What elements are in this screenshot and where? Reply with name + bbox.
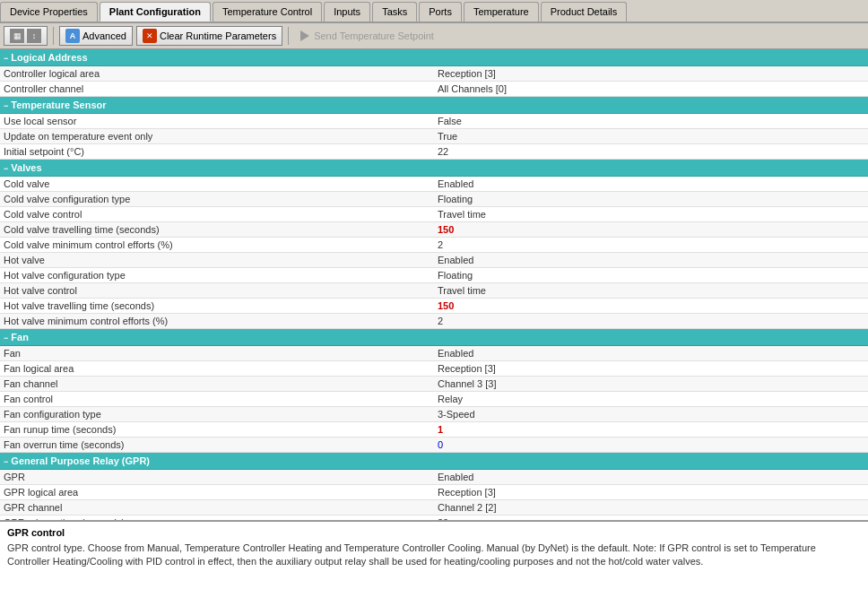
table-row[interactable]: Hot valve configuration typeFloating	[0, 268, 868, 283]
prop-name: Cold valve minimum control efforts (%)	[0, 238, 434, 253]
prop-value: Travel time	[434, 283, 868, 299]
table-row[interactable]: Fan overrun time (seconds)0	[0, 438, 868, 453]
advanced-icon: A	[65, 29, 80, 43]
table-row[interactable]: Cold valveEnabled	[0, 177, 868, 192]
table-row[interactable]: Hot valve travelling time (seconds)150	[0, 299, 868, 314]
section-header-gpr[interactable]: − General Purpose Relay (GPR)	[0, 453, 868, 470]
sort-button[interactable]: ▦ ↕	[4, 26, 48, 46]
main-area: − Logical Address Controller logical are…	[0, 49, 868, 598]
section-toggle[interactable]: −	[4, 457, 8, 466]
prop-value: Channel 2 [2]	[434, 500, 868, 516]
prop-name: Hot valve minimum control efforts (%)	[0, 314, 434, 329]
prop-value: True	[434, 129, 868, 144]
description-title: GPR control	[7, 527, 861, 538]
section-title: Temperature Sensor	[11, 100, 106, 110]
tab-tasks[interactable]: Tasks	[372, 2, 417, 22]
section-header-cell: − Temperature Sensor	[0, 97, 868, 114]
table-row[interactable]: GPR channelChannel 2 [2]	[0, 500, 868, 516]
prop-value: 150	[434, 222, 868, 238]
table-row[interactable]: Fan configuration type3-Speed	[0, 407, 868, 422]
table-row[interactable]: Initial setpoint (°C)22	[0, 144, 868, 160]
section-header-temperature-sensor[interactable]: − Temperature Sensor	[0, 97, 868, 114]
section-toggle[interactable]: −	[4, 101, 8, 110]
section-toggle[interactable]: −	[4, 54, 8, 63]
prop-value: Travel time	[434, 207, 868, 222]
prop-value: Enabled	[434, 470, 868, 485]
table-area[interactable]: − Logical Address Controller logical are…	[0, 49, 868, 520]
table-row[interactable]: Cold valve minimum control efforts (%)2	[0, 238, 868, 253]
tab-plant-configuration[interactable]: Plant Configuration	[100, 2, 211, 22]
prop-value: Enabled	[434, 346, 868, 361]
prop-name: Initial setpoint (°C)	[0, 144, 434, 160]
clear-icon: ✕	[143, 29, 157, 43]
toolbar: ▦ ↕ A Advanced ✕ Clear Runtime Parameter…	[0, 23, 868, 49]
prop-name: Cold valve	[0, 177, 434, 192]
table-row[interactable]: Fan controlRelay	[0, 392, 868, 407]
description-text: GPR control type. Choose from Manual, Te…	[7, 542, 861, 569]
toolbar-separator-2	[288, 27, 289, 45]
advanced-button[interactable]: A Advanced	[59, 26, 133, 46]
prop-name: GPR	[0, 470, 434, 485]
table-row[interactable]: Controller channelAll Channels [0]	[0, 82, 868, 97]
clear-label: Clear Runtime Parameters	[160, 30, 276, 41]
prop-name: Hot valve travelling time (seconds)	[0, 299, 434, 314]
table-row[interactable]: Hot valve controlTravel time	[0, 283, 868, 299]
prop-value: False	[434, 114, 868, 129]
section-toggle[interactable]: −	[4, 334, 8, 342]
tab-ports[interactable]: Ports	[419, 2, 462, 22]
prop-name: GPR logical area	[0, 485, 434, 500]
section-header-fan[interactable]: − Fan	[0, 329, 868, 346]
section-title: General Purpose Relay (GPR)	[11, 455, 150, 466]
prop-name: Fan	[0, 346, 434, 361]
prop-name: Hot valve control	[0, 283, 434, 299]
section-title: Fan	[11, 332, 29, 342]
table-row[interactable]: GPR logical areaReception [3]	[0, 485, 868, 500]
prop-value: Relay	[434, 392, 868, 407]
prop-name: Controller logical area	[0, 66, 434, 82]
table-row[interactable]: Cold valve configuration typeFloating	[0, 192, 868, 207]
prop-value: All Channels [0]	[434, 82, 868, 97]
clear-button[interactable]: ✕ Clear Runtime Parameters	[136, 26, 282, 46]
section-header-cell: − Valves	[0, 160, 868, 177]
prop-name: Update on temperature event only	[0, 129, 434, 144]
prop-name: Fan runup time (seconds)	[0, 422, 434, 438]
properties-table: − Logical Address Controller logical are…	[0, 49, 868, 520]
table-row[interactable]: Cold valve controlTravel time	[0, 207, 868, 222]
table-row[interactable]: Use local sensorFalse	[0, 114, 868, 129]
section-title: Logical Address	[11, 52, 87, 63]
table-row[interactable]: Fan logical areaReception [3]	[0, 361, 868, 377]
prop-name: Cold valve configuration type	[0, 192, 434, 207]
prop-value: 2	[434, 238, 868, 253]
prop-value: Floating	[434, 192, 868, 207]
section-toggle[interactable]: −	[4, 164, 8, 173]
prop-value: Enabled	[434, 253, 868, 268]
section-header-cell: − Logical Address	[0, 49, 868, 66]
tab-device-properties[interactable]: Device Properties	[0, 2, 98, 22]
tab-inputs[interactable]: Inputs	[324, 2, 370, 22]
prop-name: Cold valve travelling time (seconds)	[0, 222, 434, 238]
table-row[interactable]: Hot valve minimum control efforts (%)2	[0, 314, 868, 329]
table-row[interactable]: GPREnabled	[0, 470, 868, 485]
tab-temperature[interactable]: Temperature	[464, 2, 539, 22]
table-row[interactable]: Fan channelChannel 3 [3]	[0, 377, 868, 392]
tab-temperature-control[interactable]: Temperature Control	[213, 2, 322, 22]
send-icon	[300, 30, 309, 41]
table-row[interactable]: Hot valveEnabled	[0, 253, 868, 268]
table-row[interactable]: Fan runup time (seconds)1	[0, 422, 868, 438]
table-row[interactable]: Update on temperature event onlyTrue	[0, 129, 868, 144]
table-row[interactable]: Controller logical areaReception [3]	[0, 66, 868, 82]
prop-value: Floating	[434, 268, 868, 283]
section-header-logical-address[interactable]: − Logical Address	[0, 49, 868, 66]
prop-value: Reception [3]	[434, 361, 868, 377]
section-header-valves[interactable]: − Valves	[0, 160, 868, 177]
tab-product-details[interactable]: Product Details	[541, 2, 628, 22]
send-button: Send Temperature Setpoint	[294, 28, 440, 44]
send-label: Send Temperature Setpoint	[314, 30, 434, 41]
table-row[interactable]: FanEnabled	[0, 346, 868, 361]
table-row[interactable]: Cold valve travelling time (seconds)150	[0, 222, 868, 238]
prop-name: Fan control	[0, 392, 434, 407]
section-header-cell: − Fan	[0, 329, 868, 346]
prop-name: Controller channel	[0, 82, 434, 97]
prop-value: Channel 3 [3]	[434, 377, 868, 392]
tab-bar: Device PropertiesPlant ConfigurationTemp…	[0, 0, 868, 23]
